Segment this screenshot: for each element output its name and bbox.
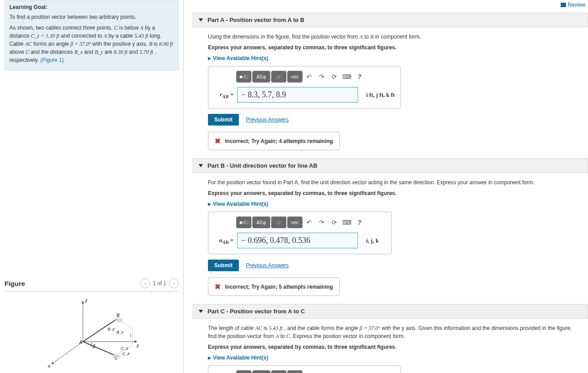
part-b-hints[interactable]: View Available Hint(s) [208,201,582,207]
part-b-input[interactable]: − 0.696, 0.478, 0.536 [237,233,358,248]
greek-icon[interactable]: ΑΣφ [252,217,270,228]
figure-counter: 1 of 1 [153,280,166,286]
part-b-previous-link[interactable]: Previous Answers [246,262,289,269]
part-a-input[interactable]: − 8.3, 5.7, 8.9 [237,87,358,103]
part-b-var-label: uAB = [214,237,233,245]
subscript-icon[interactable]: ↓↑ [271,217,286,228]
svg-text:l: l [130,334,131,338]
subscript-icon[interactable]: ↓↑ [271,71,286,82]
greek-icon[interactable]: ΑΣφ [252,370,270,373]
figure-diagram: z y x A B C B_y B_x l [4,297,179,369]
part-a-header[interactable]: Part A - Position vector from A to B [193,13,588,27]
greek-icon[interactable]: ΑΣφ [252,71,270,82]
part-a: Part A - Position vector from A to B Usi… [193,13,588,158]
learning-goal-box: Learning Goal: To find a position vector… [4,0,179,71]
redo-icon[interactable]: ↷ [316,217,328,228]
caret-down-icon [199,18,203,22]
part-c-answer-box: ■√□ ΑΣφ ↓↑ vec ↶ ↷ ⟳ ⌨ ? rAC = 3. [208,365,401,373]
part-a-answer-box: ■√□ ΑΣφ ↓↑ vec ↶ ↷ ⟳ ⌨ ? rAB = − [208,66,401,108]
vector-icon[interactable]: vec [287,71,303,82]
figure-prev-button[interactable]: ‹ [140,278,150,288]
part-c-header[interactable]: Part C - Position vector from A to C [193,304,588,319]
learning-goal-title: Learning Goal: [9,4,174,10]
review-link[interactable]: Review [561,2,585,8]
part-a-previous-link[interactable]: Previous Answers [246,117,289,123]
vector-icon[interactable]: vec [287,217,303,228]
part-a-question: Using the dimensions in the figure, find… [208,33,582,41]
svg-text:C_x: C_x [121,346,129,351]
part-b-units: i, j, k [366,237,379,244]
svg-text:β: β [92,344,95,349]
template-icon[interactable]: ■√□ [236,217,251,228]
svg-text:x: x [48,364,51,369]
svg-text:A: A [79,340,82,345]
undo-icon[interactable]: ↶ [303,71,315,82]
part-b-header[interactable]: Part B - Unit direction vector for line … [193,158,588,173]
part-c-express: Express your answers, separated by comma… [208,343,582,351]
help-icon[interactable]: ? [354,370,365,373]
svg-point-22 [112,354,121,359]
reset-icon[interactable]: ⟳ [329,217,340,228]
reset-icon[interactable]: ⟳ [329,71,340,82]
redo-icon[interactable]: ↷ [316,370,328,373]
figure-section: Figure ‹ 1 of 1 › z y x A [0,275,183,373]
figure-link[interactable]: (Figure 1) [40,57,64,63]
part-b-express: Express your answers, separated by comma… [208,189,582,197]
part-b-answer-box: ■√□ ΑΣφ ↓↑ vec ↶ ↷ ⟳ ⌨ ? uAB = − [208,212,392,254]
keyboard-icon[interactable]: ⌨ [341,71,353,82]
undo-icon[interactable]: ↶ [303,217,315,228]
svg-text:C_z: C_z [122,351,130,356]
svg-text:B_x: B_x [117,330,124,334]
subscript-icon[interactable]: ↓↑ [271,370,286,373]
part-b-feedback: ✖ Incorrect; Try Again; 5 attempts remai… [208,278,340,296]
learning-goal-summary: To find a position vector between two ar… [9,13,174,21]
svg-text:B: B [117,313,120,318]
part-a-submit-button[interactable]: Submit [208,114,239,126]
vector-icon[interactable]: vec [287,370,303,373]
incorrect-icon: ✖ [215,282,220,291]
help-icon[interactable]: ? [354,71,365,82]
figure-label: Figure [4,280,25,287]
help-icon[interactable]: ? [354,217,365,228]
reset-icon[interactable]: ⟳ [329,370,340,373]
part-b-question: For the position vector found in Part A,… [208,178,582,186]
keyboard-icon[interactable]: ⌨ [341,217,353,228]
part-a-hints[interactable]: View Available Hint(s) [208,55,582,61]
caret-down-icon [199,164,203,167]
template-icon[interactable]: ■√□ [236,370,251,373]
caret-down-icon [199,310,203,313]
svg-text:y: y [136,343,139,348]
part-c: Part C - Position vector from A to C The… [193,304,588,373]
redo-icon[interactable]: ↷ [316,71,328,82]
svg-text:z: z [85,298,88,303]
part-a-express: Express your answers, separated by comma… [208,43,582,52]
keyboard-icon[interactable]: ⌨ [341,370,353,373]
part-c-question: The length of cable AC is 5.43 ft , and … [208,324,582,340]
part-c-hints[interactable]: View Available Hint(s) [208,355,582,361]
svg-text:B_y: B_y [108,327,115,331]
review-icon [561,3,566,7]
learning-goal-detail: As shown, two cables connect three point… [9,24,174,64]
right-panel: Review Part A - Position vector from A t… [184,0,588,373]
template-icon[interactable]: ■√□ [236,71,251,82]
part-b: Part B - Unit direction vector for line … [193,158,588,304]
part-a-feedback: ✖ Incorrect; Try Again; 4 attempts remai… [208,132,340,150]
part-a-var-label: rAB = [214,91,233,99]
part-b-submit-button[interactable]: Submit [208,260,239,271]
figure-next-button[interactable]: › [169,278,179,288]
left-panel: Learning Goal: To find a position vector… [0,0,184,373]
incorrect-icon: ✖ [215,137,220,145]
part-a-units: i ft, j ft, k ft [366,91,395,99]
svg-line-4 [52,342,83,364]
svg-point-21 [114,318,123,322]
undo-icon[interactable]: ↶ [303,370,315,373]
